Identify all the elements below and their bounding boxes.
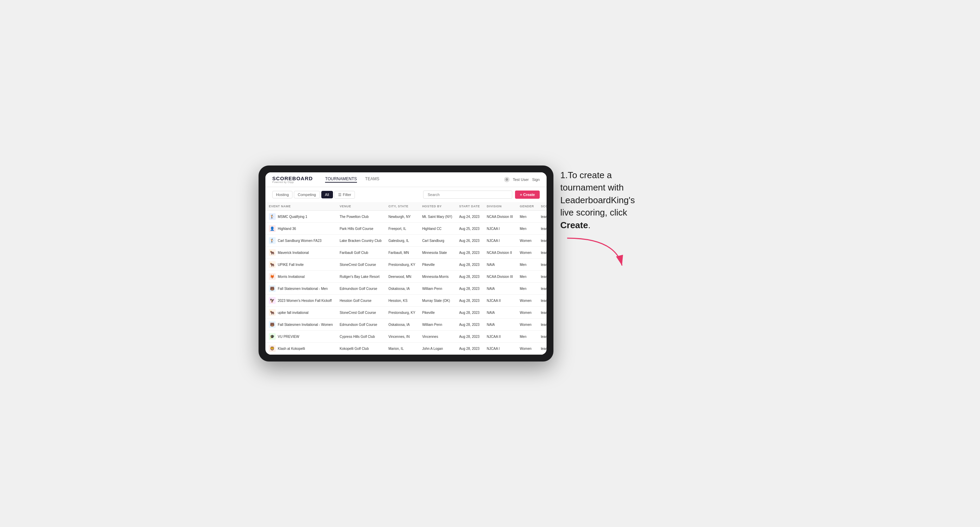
cell-scoring: team, Stroke Play xyxy=(537,343,547,355)
event-icon: 🐻 xyxy=(269,285,276,292)
cell-scoring: team, Stroke Play xyxy=(537,259,547,271)
event-icon: 🐂 xyxy=(269,309,276,316)
filter-hosting[interactable]: Hosting xyxy=(272,191,293,198)
event-name: UPIKE Fall Invite xyxy=(278,263,304,267)
cell-start-date: Aug 28, 2023 xyxy=(456,295,484,307)
cell-start-date: Aug 28, 2023 xyxy=(456,307,484,319)
cell-venue: Ruttger's Bay Lake Resort xyxy=(336,271,385,283)
table-row: 🏌 MSMC Qualifying 1 The Powelton Club Ne… xyxy=(266,211,547,223)
event-name: MSMC Qualifying 1 xyxy=(278,215,307,219)
cell-gender: Men xyxy=(516,223,538,235)
cell-event-name: 🦊 Morris Invitational xyxy=(266,271,336,283)
event-icon: 👤 xyxy=(269,225,276,232)
event-icon: 🐻 xyxy=(269,321,276,328)
annotation-line3: LeaderboardKing's xyxy=(560,195,635,205)
col-division: DIVISION xyxy=(484,202,516,211)
header-right: ⚙ Test User Sign xyxy=(504,177,540,182)
cell-hosted-by: Highland CC xyxy=(419,223,456,235)
nav-tab-tournaments[interactable]: TOURNAMENTS xyxy=(325,176,356,183)
cell-gender: Women xyxy=(516,235,538,247)
cell-venue: Lake Bracken Country Club xyxy=(336,235,385,247)
cell-gender: Men xyxy=(516,283,538,295)
cell-hosted-by: Carl Sandburg xyxy=(419,235,456,247)
cell-start-date: Aug 24, 2023 xyxy=(456,211,484,223)
cell-start-date: Aug 28, 2023 xyxy=(456,319,484,331)
cell-city-state: Oskaloosa, IA xyxy=(385,283,419,295)
annotation-cta-suffix: . xyxy=(588,220,590,230)
cell-start-date: Aug 26, 2023 xyxy=(456,235,484,247)
event-icon: 🦊 xyxy=(269,273,276,280)
event-icon: 🦅 xyxy=(269,297,276,304)
cell-division: NJCAA I xyxy=(484,223,516,235)
annotation-text: 1.To create a tournament with Leaderboar… xyxy=(560,169,635,231)
cell-hosted-by: John A Logan xyxy=(419,343,456,355)
main-nav: TOURNAMENTS TEAMS xyxy=(325,176,379,183)
cell-start-date: Aug 28, 2023 xyxy=(456,271,484,283)
cell-scoring: team, Stroke Play xyxy=(537,295,547,307)
cell-hosted-by: Minnesota State xyxy=(419,247,456,259)
cell-gender: Women xyxy=(516,343,538,355)
events-table: EVENT NAME VENUE CITY, STATE HOSTED BY S… xyxy=(266,202,547,355)
cell-division: NCAA Division III xyxy=(484,271,516,283)
table-row: 🦁 Klash at Kokopelli Kokopelli Golf Club… xyxy=(266,343,547,355)
cell-scoring: team, Stroke Play xyxy=(537,211,547,223)
cell-scoring: team, Stroke Play xyxy=(537,247,547,259)
sign-in-label[interactable]: Sign xyxy=(532,178,540,182)
cell-event-name: 🏌 Carl Sandburg Women FA23 xyxy=(266,235,336,247)
table-row: 🐂 Maverick Invitational Faribault Golf C… xyxy=(266,247,547,259)
cell-hosted-by: Murray State (OK) xyxy=(419,295,456,307)
brand-title: SCOREBOARD xyxy=(272,176,313,181)
cell-city-state: Hesston, KS xyxy=(385,295,419,307)
cell-division: NJCAA I xyxy=(484,343,516,355)
annotation-area: 1.To create a tournament with Leaderboar… xyxy=(554,165,684,276)
nav-tab-teams[interactable]: TEAMS xyxy=(365,176,379,183)
cell-division: NJCAA II xyxy=(484,295,516,307)
cell-hosted-by: Minnesota-Morris xyxy=(419,271,456,283)
cell-city-state: Freeport, IL xyxy=(385,223,419,235)
cell-city-state: Marion, IL xyxy=(385,343,419,355)
settings-icon[interactable]: ⚙ xyxy=(504,177,509,182)
cell-scoring: team, Stroke Play xyxy=(537,319,547,331)
annotation-line4: live scoring, click xyxy=(560,207,627,217)
cell-event-name: 🐻 Fall Statesmen Invitational - Women xyxy=(266,319,336,331)
table-row: 🐂 UPIKE Fall Invite StoneCrest Golf Cour… xyxy=(266,259,547,271)
cell-city-state: Vincennes, IN xyxy=(385,331,419,343)
table-row: 🐻 Fall Statesmen Invitational - Women Ed… xyxy=(266,319,547,331)
cell-scoring: team, Stroke Play xyxy=(537,331,547,343)
cell-venue: The Powelton Club xyxy=(336,211,385,223)
brand-subtitle: Powered by Clipp xyxy=(272,181,313,183)
table-row: 🏌 Carl Sandburg Women FA23 Lake Bracken … xyxy=(266,235,547,247)
filter-all[interactable]: All xyxy=(321,191,333,198)
cell-division: NAIA xyxy=(484,307,516,319)
cell-start-date: Aug 28, 2023 xyxy=(456,343,484,355)
cell-venue: StoneCrest Golf Course xyxy=(336,307,385,319)
table-row: 🦊 Morris Invitational Ruttger's Bay Lake… xyxy=(266,271,547,283)
cell-event-name: 🐂 upike fall invitational xyxy=(266,307,336,319)
event-name: Klash at Kokopelli xyxy=(278,347,305,351)
table-row: 🐻 Fall Statesmen Invitational - Men Edmu… xyxy=(266,283,547,295)
cell-gender: Women xyxy=(516,319,538,331)
cell-division: NJCAA I xyxy=(484,235,516,247)
cell-hosted-by: William Penn xyxy=(419,319,456,331)
cell-division: NCAA Division II xyxy=(484,247,516,259)
toolbar: Hosting Competing All ☰ Filter + Create xyxy=(266,187,547,202)
cell-event-name: 🐂 Maverick Invitational xyxy=(266,247,336,259)
search-input[interactable] xyxy=(423,190,512,199)
col-scoring: SCORING xyxy=(537,202,547,211)
cell-event-name: 🦁 Klash at Kokopelli xyxy=(266,343,336,355)
create-button[interactable]: + Create xyxy=(515,190,540,199)
filter-tabs: Hosting Competing All ☰ Filter xyxy=(272,191,355,199)
cell-gender: Men xyxy=(516,211,538,223)
cell-event-name: 🏌 MSMC Qualifying 1 xyxy=(266,211,336,223)
cell-gender: Men xyxy=(516,259,538,271)
cell-start-date: Aug 28, 2023 xyxy=(456,247,484,259)
cell-venue: Park Hills Golf Course xyxy=(336,223,385,235)
filter-competing[interactable]: Competing xyxy=(294,191,320,198)
cell-city-state: Newburgh, NY xyxy=(385,211,419,223)
event-icon: 🎓 xyxy=(269,333,276,340)
cell-venue: Edmundson Golf Course xyxy=(336,319,385,331)
annotation-line2: tournament with xyxy=(560,182,624,192)
cell-event-name: 🐻 Fall Statesmen Invitational - Men xyxy=(266,283,336,295)
filter-button[interactable]: ☰ Filter xyxy=(334,191,355,199)
brand-logo: SCOREBOARD Powered by Clipp xyxy=(272,176,313,183)
